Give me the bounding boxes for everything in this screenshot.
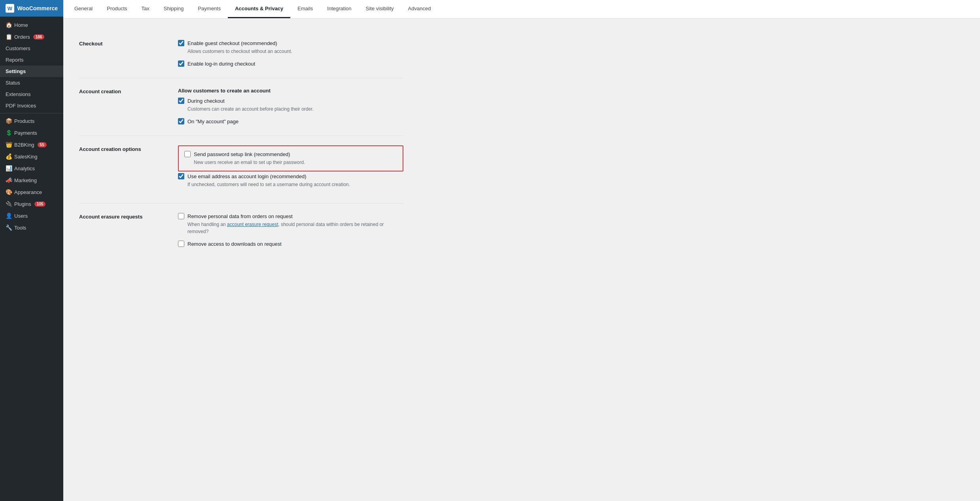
sidebar-item-payments[interactable]: 💲Payments (0, 127, 63, 139)
marketing-icon: 📣 (6, 177, 12, 183)
sidebar-label-plugins: Plugins (14, 201, 31, 207)
sidebar-label-tools: Tools (14, 225, 26, 231)
checkbox-row-my-account-page: On "My account" page (178, 118, 403, 124)
sidebar-label-payments: Payments (14, 130, 37, 136)
sidebar-label-reports: Reports (6, 57, 24, 63)
section-label-account-erasure: Account erasure requests (79, 213, 166, 249)
analytics-icon: 📊 (6, 165, 12, 171)
appearance-icon: 🎨 (6, 189, 12, 195)
sidebar-item-users[interactable]: 👤Users (0, 210, 63, 222)
checkbox-remove-access-downloads[interactable] (178, 241, 184, 247)
sidebar-item-plugins[interactable]: 🔌Plugins105 (0, 198, 63, 210)
sidebar-item-settings[interactable]: Settings (0, 66, 63, 77)
sidebar-item-marketing[interactable]: 📣Marketing (0, 174, 63, 186)
checkbox-label-my-account-page: On "My account" page (187, 119, 238, 124)
payments-icon: 💲 (6, 130, 12, 136)
sidebar-divider (0, 113, 63, 113)
sidebar-item-extensions[interactable]: Extensions (0, 89, 63, 100)
sidebar-label-marketing: Marketing (14, 177, 37, 183)
tab-shipping[interactable]: Shipping (157, 0, 191, 18)
tab-integration[interactable]: Integration (320, 0, 358, 18)
tab-tax[interactable]: Tax (134, 0, 157, 18)
section-controls-account-creation: Allow customers to create an accountDuri… (178, 88, 403, 126)
salesking-icon: 💰 (6, 153, 12, 160)
checkbox-row-remove-access-downloads: Remove access to downloads on request (178, 241, 403, 247)
sidebar-logo[interactable]: W WooCommerce (0, 0, 63, 17)
sidebar-label-extensions: Extensions (6, 91, 31, 97)
checkbox-label-remove-personal-data-orders: Remove personal data from orders on requ… (187, 213, 293, 219)
checkbox-label-send-password-setup: Send password setup link (recommended) (194, 151, 290, 157)
sidebar-label-users: Users (14, 213, 28, 219)
checkbox-row-enable-guest-checkout: Enable guest checkout (recommended) (178, 40, 403, 46)
checkbox-label-during-checkout: During checkout (187, 98, 225, 104)
hint-use-email-login: If unchecked, customers will need to set… (187, 181, 403, 188)
sidebar-item-analytics[interactable]: 📊Analytics (0, 162, 63, 174)
checkbox-row-use-email-login: Use email address as account login (reco… (178, 173, 403, 179)
tools-icon: 🔧 (6, 224, 12, 231)
section-label-checkout: Checkout (79, 40, 166, 68)
checkbox-remove-personal-data-orders[interactable] (178, 213, 184, 219)
checkbox-row-during-checkout: During checkout (178, 98, 403, 104)
products-icon: 📦 (6, 118, 12, 124)
settings-section-checkout: CheckoutEnable guest checkout (recommend… (79, 30, 403, 78)
hint-enable-guest-checkout: Allows customers to checkout without an … (187, 48, 403, 55)
tab-products[interactable]: Products (100, 0, 134, 18)
b2bking-icon: 👑 (6, 141, 12, 148)
woo-logo-icon: W (6, 4, 14, 13)
tab-accounts-privacy[interactable]: Accounts & Privacy (228, 0, 290, 18)
erasure-link[interactable]: account erasure request (227, 222, 278, 227)
hint-during-checkout: Customers can create an account before p… (187, 105, 403, 113)
main-content: GeneralProductsTaxShippingPaymentsAccoun… (63, 0, 980, 501)
highlight-box-send-password-setup: Send password setup link (recommended)Ne… (178, 145, 403, 171)
checkbox-use-email-login[interactable] (178, 173, 184, 179)
sidebar-item-reports[interactable]: Reports (0, 54, 63, 66)
tabs-bar: GeneralProductsTaxShippingPaymentsAccoun… (63, 0, 980, 19)
sidebar-item-products[interactable]: 📦Products (0, 115, 63, 127)
sidebar-item-home[interactable]: 🏠Home (0, 19, 63, 31)
tab-emails[interactable]: Emails (290, 0, 320, 18)
orders-badge: 186 (33, 34, 45, 40)
checkbox-row-remove-personal-data-orders: Remove personal data from orders on requ… (178, 213, 403, 219)
sidebar-label-customers: Customers (6, 45, 30, 51)
sidebar-label-appearance: Appearance (14, 189, 42, 195)
tab-advanced[interactable]: Advanced (401, 0, 438, 18)
checkbox-my-account-page[interactable] (178, 118, 184, 124)
sidebar-label-pdf-invoices: PDF Invoices (6, 103, 36, 109)
plugins-icon: 🔌 (6, 201, 12, 207)
sidebar-label-settings: Settings (6, 68, 26, 74)
settings-section-account-creation-options: Account creation optionsSend password se… (79, 136, 403, 203)
settings-content: CheckoutEnable guest checkout (recommend… (63, 19, 419, 270)
sidebar-label-products: Products (14, 118, 34, 124)
checkbox-label-enable-login-checkout: Enable log-in during checkout (187, 61, 255, 67)
sidebar-item-customers[interactable]: Customers (0, 43, 63, 54)
settings-section-account-erasure: Account erasure requestsRemove personal … (79, 203, 403, 258)
sidebar-item-tools[interactable]: 🔧Tools (0, 222, 63, 234)
section-heading-account-creation: Allow customers to create an account (178, 88, 403, 94)
sidebar-label-status: Status (6, 80, 20, 86)
b2bking-badge: 55 (38, 142, 47, 147)
sidebar-item-b2bking[interactable]: 👑B2BKing55 (0, 139, 63, 151)
checkbox-during-checkout[interactable] (178, 98, 184, 104)
checkbox-label-enable-guest-checkout: Enable guest checkout (recommended) (187, 40, 277, 46)
checkbox-row-send-password-setup: Send password setup link (recommended) (184, 151, 397, 157)
checkbox-send-password-setup[interactable] (184, 151, 191, 157)
users-icon: 👤 (6, 213, 12, 219)
sidebar-item-status[interactable]: Status (0, 77, 63, 89)
sidebar-item-appearance[interactable]: 🎨Appearance (0, 186, 63, 198)
checkbox-enable-guest-checkout[interactable] (178, 40, 184, 46)
sidebar-item-salesking[interactable]: 💰SalesKing (0, 151, 63, 162)
checkbox-label-use-email-login: Use email address as account login (reco… (187, 173, 306, 179)
sidebar-label-analytics: Analytics (14, 166, 35, 171)
sidebar-navigation: 🏠Home📋Orders186CustomersReportsSettingsS… (0, 17, 63, 236)
checkbox-row-enable-login-checkout: Enable log-in during checkout (178, 60, 403, 67)
sidebar-item-orders[interactable]: 📋Orders186 (0, 31, 63, 43)
sidebar-item-pdf-invoices[interactable]: PDF Invoices (0, 100, 63, 111)
tab-site-visibility[interactable]: Site visibility (359, 0, 401, 18)
section-label-account-creation-options: Account creation options (79, 145, 166, 194)
tab-payments[interactable]: Payments (191, 0, 228, 18)
hint-remove-personal-data-orders: When handling an account erasure request… (187, 221, 403, 235)
tab-general[interactable]: General (67, 0, 100, 18)
sidebar-label-home: Home (14, 22, 28, 28)
checkbox-label-remove-access-downloads: Remove access to downloads on request (187, 241, 282, 247)
checkbox-enable-login-checkout[interactable] (178, 60, 184, 67)
